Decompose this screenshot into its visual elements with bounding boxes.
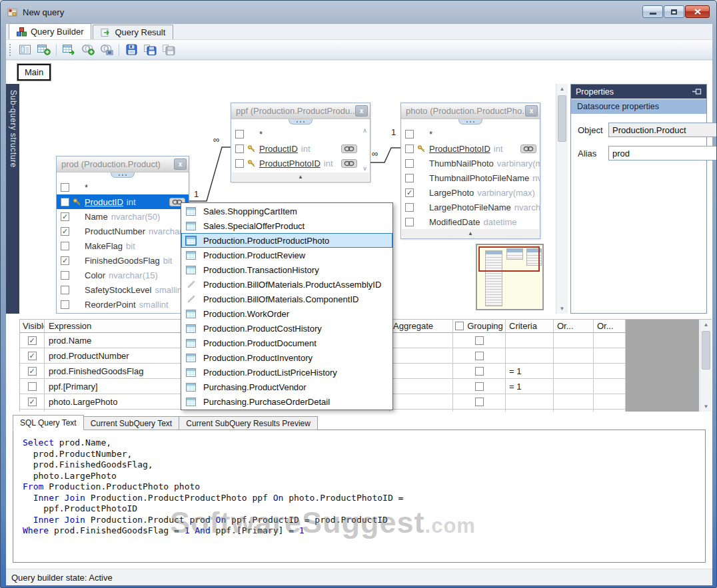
datasource-grip[interactable] xyxy=(57,172,189,180)
scroll-thumb[interactable] xyxy=(558,95,566,142)
titlebar[interactable]: New query xyxy=(1,1,716,24)
grid-cell-or1[interactable] xyxy=(554,379,594,394)
dropdown-item[interactable]: Sales.SpecialOfferProduct xyxy=(181,218,392,233)
field-row-thumbnailphotofilename[interactable]: ThumbnailPhotoFileNamenv xyxy=(401,170,540,185)
dropdown-item[interactable]: Purchasing.PurchaseOrderDetail xyxy=(181,394,392,409)
scroll-down-icon[interactable]: ▼ xyxy=(700,402,712,412)
dropdown-item[interactable]: Production.WorkOrder xyxy=(181,306,392,321)
field-checkbox[interactable] xyxy=(61,300,69,309)
grid-cell-or1[interactable] xyxy=(554,333,594,348)
auto-hide-pin-icon[interactable] xyxy=(692,89,702,95)
dropdown-item[interactable]: Production.ProductCostHistory xyxy=(181,321,392,336)
grid-cell-criteria[interactable] xyxy=(506,410,554,412)
toolbar-grip[interactable] xyxy=(9,44,12,56)
field-checkbox[interactable] xyxy=(61,286,69,294)
grouping-checkbox[interactable] xyxy=(475,352,484,360)
datasource-header[interactable]: ppf (Production.ProductProdu... x xyxy=(231,103,370,119)
grid-header-or1[interactable]: Or... xyxy=(554,320,594,333)
dropdown-item[interactable]: Production.ProductProductPhoto xyxy=(181,233,392,248)
field-row-largephotofilename[interactable]: LargePhotoFileNamenvarcha xyxy=(401,200,540,214)
scroll-down-icon[interactable]: ∨ xyxy=(362,166,367,172)
dropdown-item[interactable]: Sales.ShoppingCartItem xyxy=(181,204,392,218)
field-row-all-columns[interactable]: * xyxy=(231,127,360,141)
grid-header-visible[interactable]: Visible xyxy=(20,320,45,333)
grid-cell-visible[interactable]: ✓ xyxy=(20,333,45,348)
grid-cell-grouping[interactable] xyxy=(453,364,506,379)
grouping-checkbox[interactable] xyxy=(475,398,484,406)
minimize-button[interactable] xyxy=(642,5,663,18)
dropdown-item[interactable]: Production.ProductInventory xyxy=(181,350,392,365)
alias-field[interactable] xyxy=(608,146,717,160)
dropdown-item[interactable]: Production.BillOfMaterials.ProductAssemb… xyxy=(181,277,392,292)
field-row-makeflag[interactable]: MakeFlagbit xyxy=(57,238,189,253)
scroll-thumb[interactable] xyxy=(702,331,710,370)
dropdown-item[interactable]: Purchasing.ProductVendor xyxy=(181,380,392,394)
visible-checkbox[interactable]: ✓ xyxy=(28,398,37,406)
field-row-productphotoid[interactable]: ProductPhotoIDint xyxy=(231,156,360,170)
diagram-overview-minimap[interactable] xyxy=(476,244,544,310)
remove-union-subquery-icon[interactable] xyxy=(98,42,115,57)
grouping-checkbox[interactable] xyxy=(475,367,484,376)
grid-cell-aggregate[interactable] xyxy=(390,379,453,394)
collapse-arrow-icon[interactable]: ▲ xyxy=(402,229,539,238)
dropdown-item[interactable]: Production.ProductDocument xyxy=(181,336,392,350)
grouping-checkbox[interactable] xyxy=(475,336,484,345)
grid-cell-visible[interactable]: ✓ xyxy=(20,348,45,364)
field-row-reorderpoint[interactable]: ReorderPointsmallint xyxy=(57,297,189,312)
dropdown-item[interactable]: Production.TransactionHistory xyxy=(181,262,392,277)
dropdown-item[interactable]: Production.ProductListPriceHistory xyxy=(181,365,392,380)
subquery-tab-main[interactable]: Main xyxy=(17,64,51,81)
scroll-up-icon[interactable]: ▲ xyxy=(556,84,568,94)
grid-cell-visible[interactable] xyxy=(20,410,45,412)
field-row-productnumber[interactable]: ✓ProductNumbernvarchar( xyxy=(57,224,189,238)
dropdown-item[interactable]: Production.BillOfMaterials.ComponentID xyxy=(181,292,392,306)
grid-cell-grouping[interactable] xyxy=(453,394,506,410)
save-query-icon[interactable] xyxy=(123,42,140,57)
datasource-header[interactable]: prod (Production.Product) x xyxy=(57,156,189,172)
tab-query-result[interactable]: Query Result xyxy=(93,25,173,39)
grid-cell-or2[interactable] xyxy=(594,379,626,394)
datasource-grip[interactable] xyxy=(401,119,540,127)
field-checkbox[interactable] xyxy=(405,218,414,226)
grid-cell-or1[interactable] xyxy=(554,410,594,412)
field-row-finishedgoodsflag[interactable]: ✓FinishedGoodsFlagbit xyxy=(57,253,189,268)
field-checkbox[interactable]: ✓ xyxy=(61,212,69,221)
field-row-modifieddate[interactable]: ModifiedDatedatetime xyxy=(401,214,540,229)
field-checkbox[interactable]: ✓ xyxy=(61,227,69,236)
grid-cell-grouping[interactable] xyxy=(453,333,506,348)
field-checkbox[interactable]: ✓ xyxy=(61,256,69,265)
datasource-grip[interactable] xyxy=(231,119,370,127)
grid-cell-criteria[interactable] xyxy=(506,394,554,410)
grid-cell-or2[interactable] xyxy=(594,394,626,410)
grid-vertical-scrollbar[interactable]: ▲ ▼ xyxy=(700,320,712,412)
scroll-down-icon[interactable]: ▼ xyxy=(556,304,568,314)
grid-cell-aggregate[interactable] xyxy=(390,364,453,379)
tab-current-subquery-text[interactable]: Current SubQuery Text xyxy=(83,416,180,430)
grid-header-aggregate[interactable]: Aggregate xyxy=(390,320,453,333)
grid-cell-grouping[interactable] xyxy=(453,410,506,412)
field-row-productid[interactable]: ProductIDint xyxy=(57,194,189,209)
field-row-standardcost[interactable]: StandardCost xyxy=(57,312,189,314)
grid-cell-or1[interactable] xyxy=(554,394,594,410)
field-checkbox[interactable] xyxy=(61,183,69,192)
datasource-table-ppf[interactable]: ppf (Production.ProductProdu... x *Produ… xyxy=(231,103,370,182)
field-row-thumbnailphoto[interactable]: ThumbNailPhotovarbinary(m xyxy=(401,156,540,170)
save-as-icon[interactable] xyxy=(142,42,159,57)
scroll-up-icon[interactable]: ▲ xyxy=(700,320,712,330)
grid-cell-criteria[interactable] xyxy=(506,333,554,348)
grid-cell-aggregate[interactable] xyxy=(390,348,453,364)
grid-cell-aggregate[interactable] xyxy=(390,410,453,412)
diagram-vertical-scrollbar[interactable]: ▲ ▼ xyxy=(556,84,568,314)
field-row-name[interactable]: ✓Namenvarchar(50) xyxy=(57,209,189,224)
grid-cell-visible[interactable]: ✓ xyxy=(20,394,45,410)
object-field[interactable] xyxy=(608,123,717,137)
grid-header-criteria[interactable]: Criteria xyxy=(506,320,554,333)
visible-checkbox[interactable]: ✓ xyxy=(28,367,37,376)
datasource-table-photo[interactable]: photo (Production.ProductPho... x *Produ… xyxy=(400,103,540,239)
datasource-header[interactable]: photo (Production.ProductPho... x xyxy=(401,103,540,119)
grid-cell-or2[interactable] xyxy=(594,333,626,348)
join-link-icon[interactable] xyxy=(341,159,357,168)
add-datasource-icon[interactable] xyxy=(35,42,52,57)
show-panels-icon[interactable] xyxy=(17,42,33,57)
grid-cell-visible[interactable]: ✓ xyxy=(20,364,45,379)
